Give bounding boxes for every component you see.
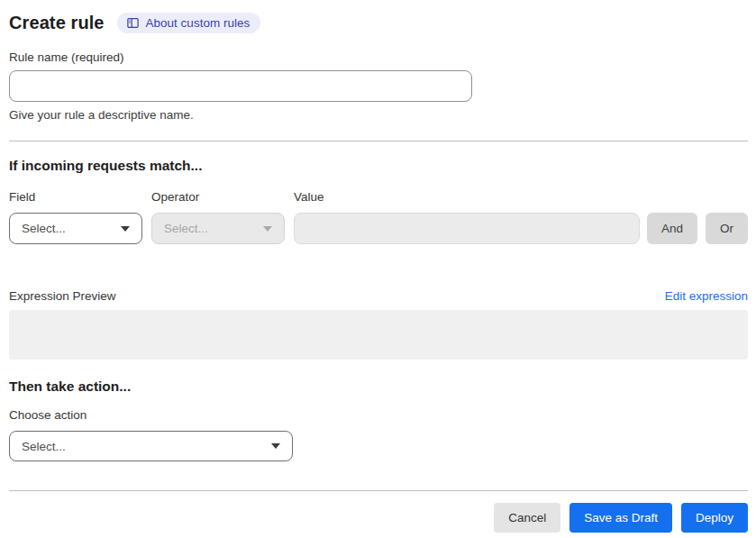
match-section-heading: If incoming requests match... bbox=[9, 158, 748, 174]
expression-preview-box bbox=[9, 310, 748, 360]
criteria-row: Field Select... Operator Select... Value… bbox=[9, 190, 748, 244]
field-select-value: Select... bbox=[22, 222, 66, 235]
about-badge-label: About custom rules bbox=[146, 16, 250, 30]
choose-action-label: Choose action bbox=[9, 408, 748, 422]
operator-select-value: Select... bbox=[164, 222, 208, 235]
rule-name-helper-text: Give your rule a descriptive name. bbox=[9, 108, 748, 122]
deploy-button[interactable]: Deploy bbox=[681, 503, 748, 533]
field-column: Field Select... bbox=[9, 190, 142, 244]
divider bbox=[9, 490, 748, 491]
page-header: Create rule About custom rules bbox=[9, 11, 748, 34]
create-rule-form: Create rule About custom rules Rule name… bbox=[0, 0, 756, 533]
and-or-buttons: And Or bbox=[647, 213, 748, 244]
choose-action-select[interactable]: Select... bbox=[9, 431, 293, 461]
expression-preview-label: Expression Preview bbox=[9, 289, 116, 303]
rule-name-label: Rule name (required) bbox=[9, 50, 748, 64]
chevron-down-icon bbox=[263, 226, 272, 232]
value-input[interactable] bbox=[294, 213, 640, 244]
chevron-down-icon bbox=[121, 226, 130, 232]
value-label: Value bbox=[294, 190, 640, 204]
field-label: Field bbox=[9, 190, 142, 204]
edit-expression-link[interactable]: Edit expression bbox=[665, 289, 748, 303]
save-as-draft-button[interactable]: Save as Draft bbox=[569, 503, 672, 533]
field-select[interactable]: Select... bbox=[9, 213, 142, 244]
page-title: Create rule bbox=[9, 13, 105, 33]
book-icon bbox=[126, 16, 140, 30]
divider bbox=[9, 141, 748, 141]
expression-preview-header: Expression Preview Edit expression bbox=[9, 289, 748, 303]
rule-name-input[interactable] bbox=[9, 70, 472, 102]
operator-column: Operator Select... bbox=[151, 190, 285, 244]
footer-actions: Cancel Save as Draft Deploy bbox=[9, 503, 748, 533]
or-button[interactable]: Or bbox=[706, 213, 748, 244]
action-section-heading: Then take action... bbox=[9, 378, 748, 395]
cancel-button[interactable]: Cancel bbox=[494, 503, 560, 533]
value-column: Value bbox=[294, 190, 640, 244]
chevron-down-icon bbox=[271, 443, 280, 449]
operator-label: Operator bbox=[151, 190, 285, 204]
choose-action-select-value: Select... bbox=[22, 440, 66, 453]
and-button[interactable]: And bbox=[647, 213, 697, 244]
about-custom-rules-badge[interactable]: About custom rules bbox=[117, 13, 261, 33]
operator-select[interactable]: Select... bbox=[151, 213, 285, 244]
